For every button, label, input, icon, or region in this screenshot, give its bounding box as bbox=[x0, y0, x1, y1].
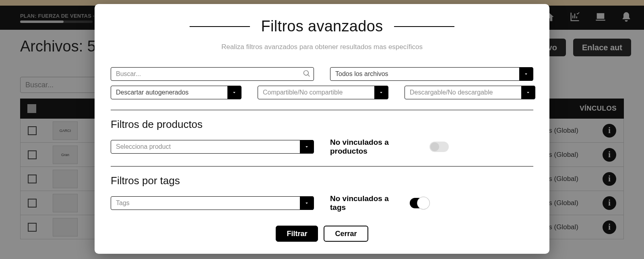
no-tags-label: No vinculados a tags bbox=[330, 194, 402, 212]
file-filter-select[interactable]: Todos los archivos bbox=[330, 67, 533, 81]
downloadable-value: Descargable/No descargable bbox=[410, 89, 493, 96]
chevron-down-icon bbox=[227, 86, 241, 99]
divider bbox=[111, 166, 533, 166]
modal-subtitle: Realiza filtros avanzados para obtener r… bbox=[111, 43, 533, 51]
shareable-select[interactable]: Compartible/No compartible bbox=[258, 86, 388, 99]
no-products-toggle[interactable] bbox=[429, 142, 449, 152]
tags-filter-title: Filtros por tags bbox=[111, 175, 533, 187]
chevron-down-icon bbox=[300, 140, 314, 154]
modal-search-input[interactable] bbox=[111, 67, 314, 81]
downloadable-select[interactable]: Descargable/No descargable bbox=[405, 86, 535, 99]
chevron-down-icon bbox=[374, 86, 388, 99]
modal-title: Filtros avanzados bbox=[261, 18, 383, 35]
no-products-label: No vinculados a productos bbox=[330, 138, 421, 156]
no-tags-toggle[interactable] bbox=[410, 198, 429, 208]
file-filter-value: Todos los archivos bbox=[335, 70, 388, 78]
search-icon bbox=[303, 70, 311, 78]
modal-overlay: Filtros avanzados Realiza filtros avanza… bbox=[0, 0, 644, 259]
products-filter-title: Filtros de productos bbox=[111, 118, 533, 131]
chevron-down-icon bbox=[300, 196, 314, 210]
chevron-down-icon bbox=[521, 86, 535, 99]
close-button[interactable]: Cerrar bbox=[324, 226, 368, 242]
shareable-value: Compartible/No compartible bbox=[263, 89, 343, 96]
filter-button[interactable]: Filtrar bbox=[276, 226, 318, 242]
product-select[interactable]: Selecciona product bbox=[111, 140, 314, 154]
decor-line bbox=[190, 26, 250, 27]
tags-select-value: Tags bbox=[116, 199, 130, 207]
decor-line bbox=[394, 26, 454, 27]
autogen-select[interactable]: Descartar autogenerados bbox=[111, 86, 242, 99]
chevron-down-icon bbox=[519, 67, 533, 81]
divider bbox=[111, 110, 533, 110]
advanced-filters-modal: Filtros avanzados Realiza filtros avanza… bbox=[95, 4, 549, 254]
product-select-value: Selecciona product bbox=[116, 143, 171, 150]
tags-select[interactable]: Tags bbox=[111, 196, 314, 210]
autogen-value: Descartar autogenerados bbox=[116, 89, 189, 96]
